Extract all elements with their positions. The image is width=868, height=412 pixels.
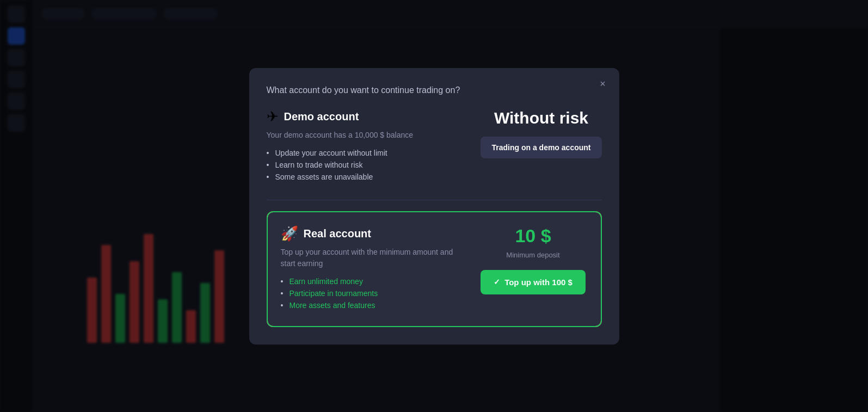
min-deposit-label: Minimum deposit <box>506 251 559 259</box>
topup-button[interactable]: ✓ Top up with 100 $ <box>481 270 586 294</box>
real-feature-item: Earn unlimited money <box>281 277 466 286</box>
check-icon: ✓ <box>494 278 500 286</box>
demo-info: ✈ Demo account Your demo account has a 1… <box>267 108 468 185</box>
real-feature-item: More assets and features <box>281 301 466 310</box>
account-select-modal: × What account do you want to continue t… <box>249 68 619 345</box>
modal-overlay: × What account do you want to continue t… <box>0 0 868 412</box>
demo-feature-item: Learn to trade without risk <box>267 161 468 169</box>
real-feature-item: Participate in tournaments <box>281 289 466 298</box>
real-account-subtitle: Top up your account with the minimum amo… <box>281 247 466 269</box>
min-deposit-amount: 10 $ <box>515 225 551 247</box>
paper-plane-icon: ✈ <box>267 108 279 125</box>
demo-account-header: ✈ Demo account <box>267 108 468 125</box>
real-right: 10 $ Minimum deposit ✓ Top up with 100 $ <box>479 225 588 294</box>
demo-account-subtitle: Your demo account has a 10,000 $ balance <box>267 130 468 141</box>
demo-right: Without risk Trading on a demo account <box>481 108 601 158</box>
demo-account-section: ✈ Demo account Your demo account has a 1… <box>267 108 602 185</box>
real-section-inner: 🚀 Real account Top up your account with … <box>281 225 588 313</box>
demo-feature-item: Some assets are unavailable <box>267 173 468 181</box>
real-feature-list: Earn unlimited money Participate in tour… <box>281 277 466 310</box>
demo-feature-item: Update your account without limit <box>267 149 468 157</box>
demo-feature-list: Update your account without limit Learn … <box>267 149 468 181</box>
real-account-section: 🚀 Real account Top up your account with … <box>267 211 602 327</box>
demo-account-title: Demo account <box>284 110 359 123</box>
real-account-title: Real account <box>304 227 371 240</box>
section-divider <box>267 200 602 200</box>
topup-button-label: Top up with 100 $ <box>504 278 572 287</box>
without-risk-heading: Without risk <box>494 108 588 128</box>
rocket-icon: 🚀 <box>281 225 298 242</box>
demo-account-button[interactable]: Trading on a demo account <box>481 137 601 158</box>
real-info: 🚀 Real account Top up your account with … <box>281 225 466 313</box>
close-button[interactable]: × <box>595 77 611 92</box>
modal-title: What account do you want to continue tra… <box>267 85 602 95</box>
real-account-header: 🚀 Real account <box>281 225 466 242</box>
